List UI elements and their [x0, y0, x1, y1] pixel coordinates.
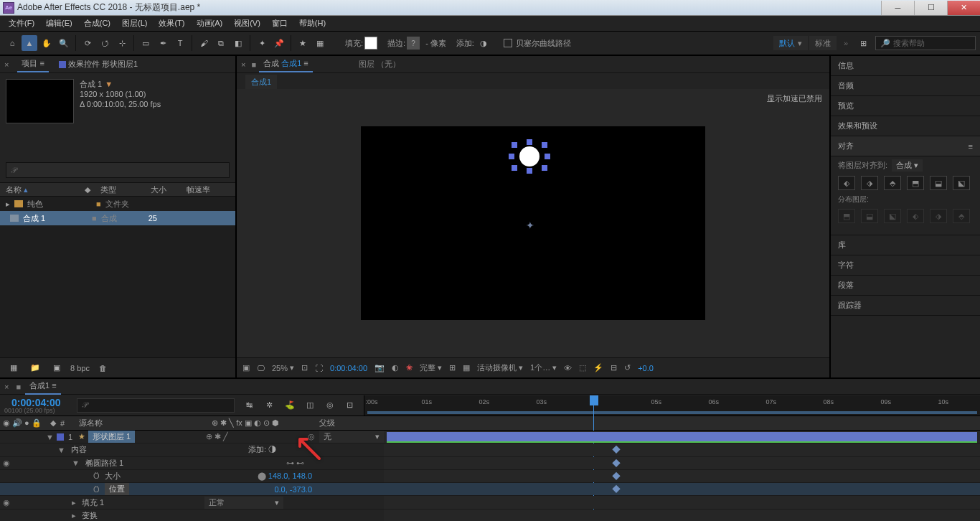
timeline-tab[interactable]: 合成1 ≡	[25, 378, 61, 395]
project-item-list[interactable]: ▸ 纯色 ■ 文件夹 合成 1 ■ 合成 25	[0, 197, 235, 357]
close-button[interactable]: ✕	[947, 1, 980, 15]
ellipse-shape[interactable]	[519, 146, 540, 166]
camera-dropdown[interactable]: 活动摄像机 ▾	[477, 362, 523, 373]
text-tool[interactable]: T	[172, 35, 188, 51]
project-row-comp[interactable]: 合成 1 ■ 合成 25	[0, 211, 235, 225]
twirl-icon[interactable]: ▼	[57, 446, 65, 454]
rect-tool[interactable]: ▭	[138, 35, 154, 51]
dist-right-button[interactable]: ⬘	[953, 209, 970, 223]
project-column-headers[interactable]: 名称 ▴ ◆ 类型 大小 帧速率	[0, 182, 235, 197]
pen-tool[interactable]: ✒	[155, 35, 171, 51]
selection-tool[interactable]: ▲	[22, 35, 37, 51]
layer-name[interactable]: 形状图层 1	[88, 431, 135, 443]
bpc-toggle[interactable]: 8 bpc	[70, 364, 90, 372]
color-icon[interactable]: ❀	[406, 363, 413, 372]
project-search-input[interactable]: 𝒫	[6, 162, 230, 178]
timeline-ruler[interactable]: :00s 01s 02s 03s 05s 06s 07s 08s 09s 10s	[364, 395, 981, 416]
parent-dropdown[interactable]: 无▾	[319, 431, 384, 443]
layer-duration-bar[interactable]	[387, 432, 977, 442]
audio-panel-header[interactable]: 音频	[831, 76, 980, 96]
stroke-help-icon[interactable]: ?	[407, 37, 420, 50]
3d-icon[interactable]: ⬚	[579, 363, 586, 372]
snapshot-icon[interactable]: 📷	[374, 363, 385, 372]
resize-handle[interactable]	[512, 142, 517, 148]
star-icon[interactable]: ★	[295, 35, 311, 51]
views-dropdown[interactable]: 1个… ▾	[530, 362, 557, 373]
tl-icon-3[interactable]: ⛳	[282, 398, 298, 413]
align-bottom-button[interactable]: ⬕	[953, 176, 970, 190]
align-vcenter-button[interactable]: ⬓	[930, 176, 947, 190]
channel-icon[interactable]: ◐	[392, 363, 399, 372]
character-panel-header[interactable]: 字符	[831, 255, 980, 276]
new-folder-icon[interactable]: 📁	[27, 360, 43, 376]
new-comp-icon[interactable]: ▣	[49, 360, 65, 376]
source-name-header[interactable]: 源名称	[79, 418, 103, 428]
puppet-tool[interactable]: 📌	[271, 35, 287, 51]
project-tab[interactable]: 项目 ≡	[17, 56, 48, 72]
bezier-checkbox[interactable]	[504, 39, 512, 47]
snap-icon[interactable]: ⛶	[315, 364, 323, 372]
trash-icon[interactable]: 🗑	[95, 360, 111, 376]
tl-icon-2[interactable]: ✲	[262, 398, 278, 413]
interpret-icon[interactable]: ▦	[6, 360, 22, 376]
current-time-display[interactable]: 0:00:04:00	[330, 364, 367, 372]
property-row-contents[interactable]: ▼ 内容 添加: ◑	[0, 443, 980, 456]
add-shape-button[interactable]: ◑	[268, 445, 276, 454]
zoom-dropdown[interactable]: 25% ▾	[272, 363, 294, 372]
align-panel-header[interactable]: 对齐≡	[831, 136, 980, 156]
align-top-button[interactable]: ⬒	[907, 176, 924, 190]
property-row-ellipse[interactable]: ◉ ▼ 椭圆路径 1 ⊶⊷	[0, 457, 980, 470]
menu-file[interactable]: 文件(F)	[3, 16, 40, 31]
menu-layer[interactable]: 图层(L)	[116, 16, 153, 31]
eraser-tool[interactable]: ◧	[230, 35, 246, 51]
info-panel-header[interactable]: 信息	[831, 56, 980, 76]
layer-color-label[interactable]	[57, 433, 64, 441]
dist-hcenter-button[interactable]: ⬗	[930, 209, 947, 223]
keyframe-icon[interactable]	[612, 485, 620, 493]
quality-dropdown[interactable]: 完整 ▾	[420, 362, 442, 373]
brush-tool[interactable]: 🖌	[196, 35, 212, 51]
resize-handle[interactable]	[509, 154, 514, 159]
keyframe-icon[interactable]	[612, 446, 620, 454]
guides-icon[interactable]: ▦	[463, 363, 470, 372]
position-value[interactable]: 0.0, -373.0	[274, 485, 312, 494]
res-icon[interactable]: ⊡	[301, 363, 308, 372]
dist-bottom-button[interactable]: ⬕	[884, 209, 901, 223]
close-icon[interactable]: ×	[4, 60, 9, 69]
property-row-size[interactable]: Ö 大小 ⬤ 148.0, 148.0	[0, 470, 980, 483]
monitor-icon[interactable]: 🖵	[257, 364, 265, 372]
dist-left-button[interactable]: ⬖	[907, 209, 924, 223]
menu-composition[interactable]: 合成(C)	[78, 16, 116, 31]
dist-top-button[interactable]: ⬒	[838, 209, 855, 223]
twirl-icon[interactable]: ▼	[46, 433, 54, 441]
tracker-panel-header[interactable]: 跟踪器	[831, 296, 980, 316]
twirl-icon[interactable]: ▼	[72, 459, 80, 467]
menu-view[interactable]: 视图(V)	[228, 16, 266, 31]
parent-header[interactable]: 父级	[312, 418, 384, 428]
comp-viewer-tab[interactable]: 合成 合成1 ≡	[259, 56, 313, 72]
add-menu-icon[interactable]: ◑	[476, 35, 491, 51]
stopwatch-icon[interactable]: Ö	[93, 471, 100, 480]
align-left-button[interactable]: ⬖	[838, 176, 855, 190]
home-icon[interactable]: ⌂	[4, 35, 20, 51]
close-icon[interactable]: ×	[241, 60, 245, 69]
playhead[interactable]	[590, 395, 598, 405]
tl-icon-1[interactable]: ↹	[242, 398, 258, 413]
comp-thumbnail[interactable]	[6, 79, 74, 123]
workspace-standard[interactable]: 标准	[809, 36, 837, 50]
rotate-tool[interactable]: ⭯	[97, 35, 113, 51]
layer-row[interactable]: ▼ 1 ★ 形状图层 1 ⊕✱╱ ◎ 无▾	[0, 431, 980, 443]
resize-handle[interactable]	[527, 139, 532, 145]
size-value[interactable]: 148.0, 148.0	[268, 471, 312, 480]
mask-icon[interactable]: ▣	[242, 363, 250, 372]
resize-handle[interactable]	[542, 165, 547, 171]
anchor-point-icon[interactable]: ✦	[526, 220, 534, 231]
draft-icon[interactable]: ⚡	[593, 363, 603, 372]
grid-icon[interactable]: ⊞	[449, 363, 456, 372]
menu-window[interactable]: 窗口	[266, 16, 293, 31]
workspace-default[interactable]: 默认▾	[773, 36, 808, 50]
composition-viewer[interactable]: 显示加速已禁用 ✦	[237, 89, 829, 357]
position-label[interactable]: 位置	[105, 483, 129, 495]
reset-exposure-icon[interactable]: ↺	[624, 363, 631, 372]
maximize-button[interactable]: ☐	[914, 1, 947, 15]
